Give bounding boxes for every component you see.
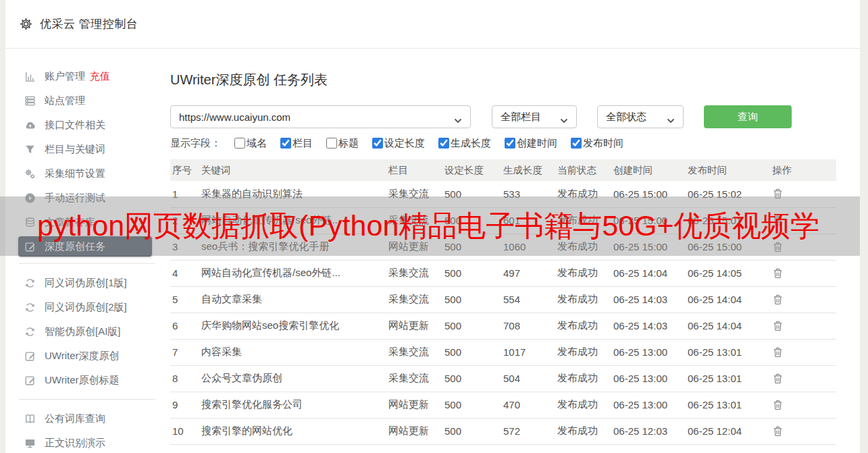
set-length-cell: 500 [442,365,501,392]
refresh-icon [24,326,36,338]
created-time-cell: 06-25 13:00 [611,339,686,365]
delete-button[interactable] [772,294,784,306]
field-checkbox[interactable] [438,138,449,149]
trash-icon [772,320,784,332]
field-checkbox-label: 创建时间 [517,137,557,150]
field-checkbox-item[interactable]: 域名 [234,137,267,150]
actions-cell [770,418,836,444]
column-header: 生成长度 [501,159,555,181]
delete-button[interactable] [772,373,784,385]
column-cell: 采集交流 [386,365,442,392]
trash-icon [772,399,784,411]
column-header: 设定长度 [442,159,501,181]
sidebar-item-label: 正文识别演示 [45,437,105,450]
column-cell: 网站更新 [386,313,442,339]
actions-cell [770,260,836,286]
set-length-cell: 500 [442,286,501,313]
status-cell: 发布成功 [555,313,611,339]
recharge-badge[interactable]: 充值 [90,70,110,83]
table-row: 4网站自动化宣传机器/seo外链...采集交流500497发布成功06-25 1… [170,260,836,286]
sidebar-item-label: 栏目与关键词 [45,143,105,156]
sidebar-item[interactable]: 站点管理 [5,88,169,113]
status-cell: 发布成功 [555,392,611,418]
field-checkbox[interactable] [505,138,515,149]
published-time-cell: 06-25 13:01 [686,392,770,418]
sidebar-item[interactable]: 同义词伪原创[2版] [5,295,169,319]
column-header: 当前状态 [555,159,611,181]
query-button[interactable]: 查询 [704,105,792,128]
field-checkbox[interactable] [571,138,582,149]
field-checkbox[interactable] [234,138,245,149]
actions-cell [770,313,836,339]
sidebar-item[interactable]: 账户管理充值 [5,64,169,88]
delete-button[interactable] [772,320,784,332]
column-cell: 网站更新 [386,418,442,444]
gen-length-cell: 708 [501,313,555,339]
field-checkbox-item[interactable]: 发布时间 [571,137,623,150]
status-cell: 发布成功 [555,365,611,392]
edit-icon [24,375,36,386]
set-length-cell: 500 [442,260,501,286]
field-checkbox-item[interactable]: 设定长度 [372,137,425,150]
column-filter-value: 全部栏目 [501,111,541,124]
app-title: 优采云 管理控制台 [40,16,138,32]
created-time-cell: 06-25 13:00 [611,365,686,392]
field-checkbox-item[interactable]: 创建时间 [505,137,557,150]
keyword-cell: 公众号文章伪原创 [199,365,386,392]
sidebar-item[interactable]: 采集细节设置 [5,161,169,186]
gen-length-cell: 554 [501,286,555,313]
status-cell: 发布成功 [555,260,611,286]
delete-button[interactable] [772,346,784,358]
table-row: 5自动文章采集采集交流500554发布成功06-25 14:0306-25 14… [170,286,836,313]
sidebar-item[interactable]: 正文识别演示 [5,431,169,453]
actions-cell [770,392,836,418]
column-cell: 采集交流 [386,339,442,365]
field-checkbox[interactable] [280,138,291,149]
gen-length-cell: 1017 [501,339,555,365]
status-cell: 发布成功 [555,339,611,365]
field-checkbox[interactable] [372,138,383,149]
chevron-down-icon [560,114,568,119]
column-cell: 采集交流 [386,260,442,286]
field-checkbox-item[interactable]: 标题 [326,137,359,150]
published-time-cell: 06-25 14:05 [686,260,770,286]
page-title: UWriter深度原创 任务列表 [170,71,328,89]
published-time-cell: 06-25 13:01 [686,365,770,392]
site-select[interactable]: https://www.ucaiyun.com [170,105,471,128]
sidebar-item[interactable]: UWriter深度原创 [5,344,169,368]
sidebar-item[interactable]: UWriter原创标题 [5,368,169,392]
trash-icon [772,373,784,385]
field-checkbox-label: 域名 [247,137,267,150]
actions-cell [770,339,836,365]
sidebar-item[interactable]: 同义词伪原创[1版] [5,271,169,295]
field-checkbox-label: 栏目 [292,137,313,150]
sidebar-item[interactable]: 智能伪原创[AI版] [5,319,169,344]
status-filter-select[interactable]: 全部状态 [597,105,684,128]
display-fields-label: 显示字段： [170,137,221,150]
book-icon [24,413,36,425]
site-select-value: https://www.ucaiyun.com [179,111,290,123]
gen-length-cell: 572 [501,418,555,444]
gen-length-cell: 470 [501,392,555,418]
field-checkbox-item[interactable]: 栏目 [280,137,313,150]
sidebar-item[interactable]: 公有词库查询 [5,406,169,431]
delete-button[interactable] [772,267,784,279]
column-filter-select[interactable]: 全部栏目 [492,105,577,128]
sidebar-item[interactable]: 栏目与关键词 [5,137,169,161]
created-time-cell: 06-25 12:03 [611,418,686,444]
watermark-text: python网页数据抓取(Python精品电子书籍与50G+优质视频学 [37,207,819,246]
delete-button[interactable] [772,399,784,411]
table-row: 7内容采集采集交流5001017发布成功06-25 13:0006-25 13:… [170,339,836,365]
column-header: 序号 [170,159,199,181]
table-row: 8公众号文章伪原创采集交流500504发布成功06-25 13:0006-25 … [170,365,836,392]
column-header: 关键词 [199,159,386,181]
sidebar-item[interactable]: 接口文件相关 [5,113,169,137]
delete-button[interactable] [772,425,784,437]
server-icon [24,95,36,107]
chevron-down-icon [454,114,462,119]
created-time-cell: 06-25 14:03 [611,286,686,313]
field-checkbox[interactable] [326,138,337,149]
refresh-icon [24,277,36,289]
field-checkbox-item[interactable]: 生成长度 [438,137,491,150]
column-header: 发布时间 [686,159,770,181]
